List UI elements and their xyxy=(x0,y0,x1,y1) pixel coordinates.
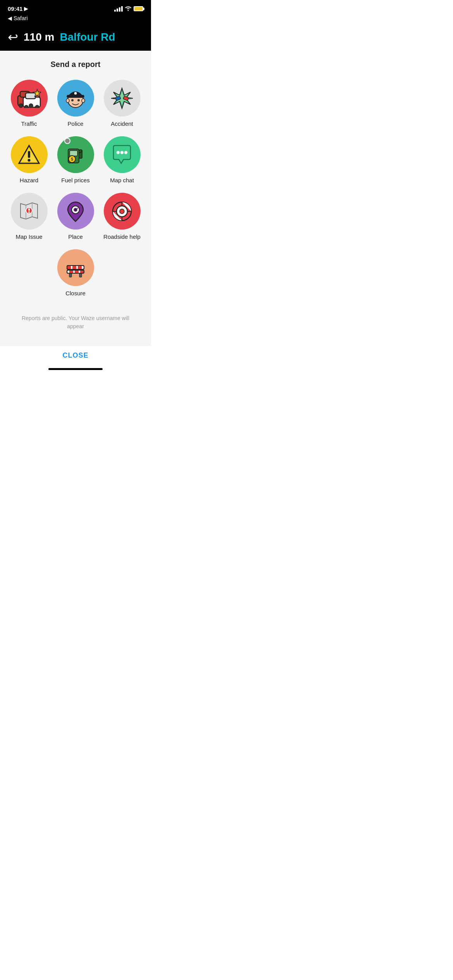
main-content: Send a report xyxy=(0,51,151,346)
roadside-icon-circle xyxy=(104,193,141,230)
fuel-icon-circle: $ xyxy=(57,136,94,173)
report-item-traffic[interactable]: Traffic xyxy=(8,80,50,127)
svg-rect-22 xyxy=(28,151,30,158)
report-item-hazard[interactable]: Hazard xyxy=(8,136,50,183)
report-item-place[interactable]: Place xyxy=(54,193,97,240)
safari-label: Safari xyxy=(14,15,28,21)
page-title: Send a report xyxy=(8,60,143,69)
location-icon: ▶ xyxy=(24,6,28,12)
report-item-closure[interactable]: Closure xyxy=(57,249,94,296)
svg-point-40 xyxy=(74,209,77,211)
svg-point-13 xyxy=(77,99,80,101)
accident-label: Accident xyxy=(111,120,133,127)
signal-bars xyxy=(114,6,123,12)
svg-point-31 xyxy=(124,151,127,154)
svg-point-4 xyxy=(19,104,23,108)
mapchat-icon xyxy=(110,143,134,166)
report-item-mapchat[interactable]: Map chat xyxy=(101,136,143,183)
accident-icon xyxy=(110,87,134,110)
hazard-icon xyxy=(17,143,41,166)
time: 09:41 xyxy=(8,5,22,12)
traffic-icon-circle xyxy=(11,80,48,117)
report-item-mapissue[interactable]: Map Issue xyxy=(8,193,50,240)
svg-point-11 xyxy=(74,92,77,95)
mapissue-label: Map Issue xyxy=(15,233,42,240)
report-item-roadside[interactable]: Roadside help xyxy=(101,193,143,240)
turn-arrow-icon: ↪ xyxy=(8,30,18,45)
svg-rect-55 xyxy=(78,266,82,269)
svg-point-29 xyxy=(117,151,120,154)
nav-distance: 110 m xyxy=(24,31,54,43)
notification-dot xyxy=(64,138,70,144)
place-icon xyxy=(64,200,87,223)
mapissue-icon xyxy=(17,200,41,223)
hazard-label: Hazard xyxy=(20,177,38,183)
hazard-icon-circle xyxy=(11,136,48,173)
police-label: Police xyxy=(68,120,84,127)
battery-icon xyxy=(134,6,143,11)
svg-rect-36 xyxy=(28,208,30,211)
place-icon-circle xyxy=(57,193,94,230)
mapchat-label: Map chat xyxy=(110,177,134,183)
svg-point-7 xyxy=(35,105,39,108)
svg-text:$: $ xyxy=(71,157,73,161)
closure-icon-circle xyxy=(57,249,94,286)
report-item-police[interactable]: Police xyxy=(54,80,97,127)
svg-rect-58 xyxy=(69,270,73,273)
nav-header: ↪ 110 m Balfour Rd xyxy=(0,25,151,51)
svg-rect-59 xyxy=(75,270,79,273)
report-item-accident[interactable]: Accident xyxy=(101,80,143,127)
closure-label: Closure xyxy=(65,290,86,296)
back-chevron-icon: ◀ xyxy=(8,15,12,21)
closure-icon xyxy=(64,256,87,279)
safari-back[interactable]: ◀ Safari xyxy=(0,15,151,25)
single-item-row: Closure xyxy=(8,249,143,296)
wifi-icon xyxy=(125,6,131,12)
fuel-icon: $ xyxy=(64,144,87,166)
svg-point-37 xyxy=(28,211,30,213)
police-icon xyxy=(64,87,87,110)
svg-point-30 xyxy=(120,151,124,154)
report-item-fuel[interactable]: $ Fuel prices xyxy=(54,136,97,183)
svg-point-12 xyxy=(71,99,74,101)
home-indicator xyxy=(48,368,103,370)
traffic-icon xyxy=(17,89,41,108)
police-icon-circle xyxy=(57,80,94,117)
svg-point-41 xyxy=(77,207,78,209)
svg-point-23 xyxy=(28,159,31,161)
svg-rect-25 xyxy=(70,151,77,156)
svg-rect-54 xyxy=(72,266,76,269)
roadside-icon xyxy=(110,200,134,223)
mapissue-icon-circle xyxy=(11,193,48,230)
svg-point-48 xyxy=(120,209,124,214)
svg-point-5 xyxy=(29,104,33,108)
svg-rect-10 xyxy=(67,95,84,98)
status-bar: 09:41 ▶ xyxy=(0,0,151,15)
nav-street: Balfour Rd xyxy=(60,31,115,43)
place-label: Place xyxy=(68,233,83,240)
mapchat-icon-circle xyxy=(104,136,141,173)
disclaimer-text: Reports are public. Your Waze username w… xyxy=(8,308,143,337)
fuel-label: Fuel prices xyxy=(61,177,89,183)
accident-icon-circle xyxy=(104,80,141,117)
report-grid: Traffic xyxy=(8,80,143,240)
svg-point-15 xyxy=(82,99,85,103)
roadside-label: Roadside help xyxy=(103,233,141,240)
svg-point-14 xyxy=(66,99,69,103)
close-button[interactable]: CLOSE xyxy=(0,346,151,365)
traffic-label: Traffic xyxy=(21,120,37,127)
svg-point-6 xyxy=(24,105,28,108)
svg-rect-3 xyxy=(26,93,36,99)
